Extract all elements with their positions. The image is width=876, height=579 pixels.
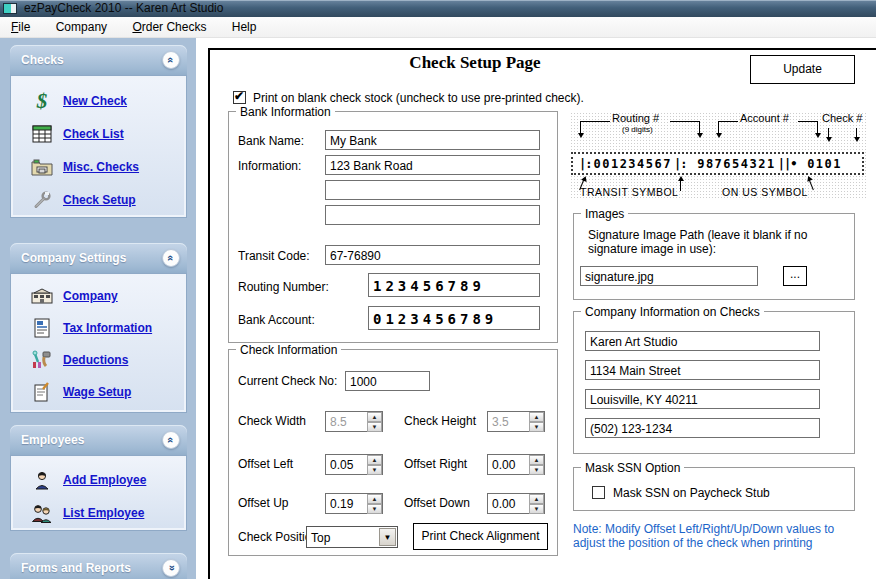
offset-up-value: 0.19 bbox=[330, 497, 353, 511]
offset-up-spinner[interactable]: 0.19 ▲▼ bbox=[325, 493, 383, 514]
mask-ssn-checkbox[interactable] bbox=[592, 486, 605, 499]
menu-file[interactable]: File bbox=[0, 17, 41, 38]
spinner-buttons: ▲▼ bbox=[529, 455, 544, 474]
sidebar-section-company-settings-header[interactable]: Company Settings « bbox=[10, 243, 187, 273]
check-position-select[interactable]: Top ▼ bbox=[306, 526, 398, 548]
offset-note: Note: Modify Offset Left/Right/Up/Down v… bbox=[573, 522, 869, 550]
transit-symbol: |: bbox=[579, 157, 591, 171]
collapse-chevron-icon[interactable]: « bbox=[162, 51, 180, 69]
people-icon bbox=[29, 502, 55, 524]
bracket-line bbox=[798, 121, 818, 136]
check-height-value: 3.5 bbox=[492, 415, 509, 429]
menu-order-checks[interactable]: Order Checks bbox=[121, 17, 217, 38]
spinner-buttons: ▲▼ bbox=[367, 412, 382, 431]
spinner-down-icon[interactable]: ▼ bbox=[367, 465, 382, 475]
offset-down-spinner[interactable]: 0.00 ▲▼ bbox=[487, 493, 545, 514]
sidebar-item-deductions[interactable]: Deductions bbox=[11, 348, 186, 372]
signature-path-caption: Signature Image Path (leave it blank if … bbox=[588, 228, 833, 256]
arrow-line bbox=[856, 128, 857, 140]
bank-information-input-2[interactable] bbox=[325, 180, 540, 200]
spinner-down-icon[interactable]: ▼ bbox=[529, 422, 544, 432]
spinner-buttons: ▲▼ bbox=[367, 455, 382, 474]
wrench-icon bbox=[29, 189, 55, 211]
offset-right-spinner[interactable]: 0.00 ▲▼ bbox=[487, 454, 545, 475]
spinner-down-icon[interactable]: ▼ bbox=[367, 422, 382, 432]
app-icon bbox=[3, 3, 17, 14]
transit-code-label: Transit Code: bbox=[238, 249, 310, 263]
company-name-input[interactable]: Karen Art Studio bbox=[585, 331, 820, 351]
company-city-input[interactable]: Louisville, KY 40211 bbox=[585, 389, 820, 409]
collapse-chevron-icon[interactable]: « bbox=[162, 249, 180, 267]
images-group bbox=[573, 213, 855, 300]
company-phone-input[interactable]: (502) 123-1234 bbox=[585, 418, 820, 438]
browse-button[interactable]: ... bbox=[783, 266, 807, 286]
sidebar-section-checks-header[interactable]: Checks « bbox=[10, 45, 187, 75]
print-check-alignment-button[interactable]: Print Check Alignment bbox=[413, 523, 548, 550]
sidebar-item-tax-information[interactable]: Tax Information bbox=[11, 316, 186, 340]
spinner-down-icon[interactable]: ▼ bbox=[529, 504, 544, 514]
bracket-line bbox=[718, 121, 738, 136]
offset-left-value: 0.05 bbox=[330, 458, 353, 472]
current-check-no-input[interactable]: 1000 bbox=[345, 371, 430, 391]
account-annotation-label: Account # bbox=[740, 112, 789, 124]
offset-right-label: Offset Right bbox=[404, 457, 467, 471]
bank-information-input-3[interactable] bbox=[325, 205, 540, 225]
bank-name-input[interactable]: My Bank bbox=[325, 130, 540, 150]
micr-sample-line: |:001234567|: 987654321||• 0101 bbox=[571, 152, 864, 175]
spinner-up-icon[interactable]: ▲ bbox=[529, 455, 544, 465]
check-width-label: Check Width bbox=[238, 414, 306, 428]
offset-down-value: 0.00 bbox=[492, 497, 515, 511]
expand-chevron-icon[interactable]: « bbox=[162, 559, 180, 577]
sidebar-section-employees-header[interactable]: Employees « bbox=[10, 425, 187, 455]
arrow-line bbox=[680, 178, 681, 191]
routing-number-label: Routing Number: bbox=[238, 280, 329, 294]
bank-information-input-1[interactable]: 123 Bank Road bbox=[325, 155, 540, 175]
transit-code-input[interactable]: 67-76890 bbox=[325, 245, 540, 265]
check-information-legend: Check Information bbox=[236, 343, 341, 357]
spinner-up-icon[interactable]: ▲ bbox=[367, 494, 382, 504]
dropdown-arrow-icon[interactable]: ▼ bbox=[379, 528, 396, 546]
bank-information-legend: Bank Information bbox=[236, 105, 335, 119]
sidebar-item-new-check[interactable]: $ New Check bbox=[11, 89, 186, 113]
window-title: ezPayCheck 2010 -- Karen Art Studio bbox=[24, 1, 223, 15]
sidebar-item-list-employee[interactable]: List Employee bbox=[11, 501, 186, 525]
spinner-up-icon[interactable]: ▲ bbox=[367, 455, 382, 465]
sidebar-item-check-setup[interactable]: Check Setup bbox=[11, 188, 186, 212]
spinner-up-icon[interactable]: ▲ bbox=[367, 412, 382, 422]
company-street-input[interactable]: 1134 Main Street bbox=[585, 360, 820, 380]
bank-account-input[interactable]: 0123456789 bbox=[368, 306, 540, 330]
arrow-line bbox=[808, 178, 814, 190]
spinner-up-icon[interactable]: ▲ bbox=[529, 412, 544, 422]
check-width-spinner: 8.5 ▲▼ bbox=[325, 411, 383, 432]
update-button[interactable]: Update bbox=[750, 55, 855, 84]
spinner-down-icon[interactable]: ▼ bbox=[367, 504, 382, 514]
blank-stock-checkbox[interactable]: ✔ bbox=[233, 91, 246, 104]
sidebar-item-check-list[interactable]: Check List bbox=[11, 122, 186, 146]
menu-company[interactable]: Company bbox=[45, 17, 118, 38]
building-icon bbox=[29, 285, 55, 307]
sidebar-section-forms-reports-header[interactable]: Forms and Reports « bbox=[10, 553, 187, 579]
arrow-line bbox=[828, 128, 829, 140]
sidebar-section-checks-body: $ New Check Check List Misc. Checks Che bbox=[10, 75, 187, 218]
section-title: Forms and Reports bbox=[21, 561, 131, 575]
signature-path-input[interactable]: signature.jpg bbox=[580, 266, 758, 286]
spinner-down-icon[interactable]: ▼ bbox=[529, 465, 544, 475]
menu-help[interactable]: Help bbox=[221, 17, 268, 38]
check-sample-diagram: Routing # (9 digits) Account # Check # |… bbox=[570, 112, 866, 200]
sidebar-item-company[interactable]: Company bbox=[11, 284, 186, 308]
bank-account-label: Bank Account: bbox=[238, 313, 315, 327]
sidebar-item-wage-setup[interactable]: Wage Setup bbox=[11, 380, 186, 404]
spinner-up-icon[interactable]: ▲ bbox=[529, 494, 544, 504]
table-icon bbox=[29, 123, 55, 145]
routing-number-input[interactable]: 123456789 bbox=[368, 273, 540, 297]
offset-up-label: Offset Up bbox=[238, 496, 288, 510]
check-height-spinner: 3.5 ▲▼ bbox=[487, 411, 545, 432]
sidebar-item-misc-checks[interactable]: Misc. Checks bbox=[11, 155, 186, 179]
collapse-chevron-icon[interactable]: « bbox=[162, 431, 180, 449]
spinner-buttons: ▲▼ bbox=[529, 412, 544, 431]
blank-stock-label: Print on blank check stock (uncheck to u… bbox=[253, 91, 584, 105]
micr-check-digits: 0101 bbox=[807, 157, 842, 171]
sidebar-item-add-employee[interactable]: Add Employee bbox=[11, 468, 186, 492]
dollar-icon: $ bbox=[29, 90, 55, 112]
offset-left-spinner[interactable]: 0.05 ▲▼ bbox=[325, 454, 383, 475]
